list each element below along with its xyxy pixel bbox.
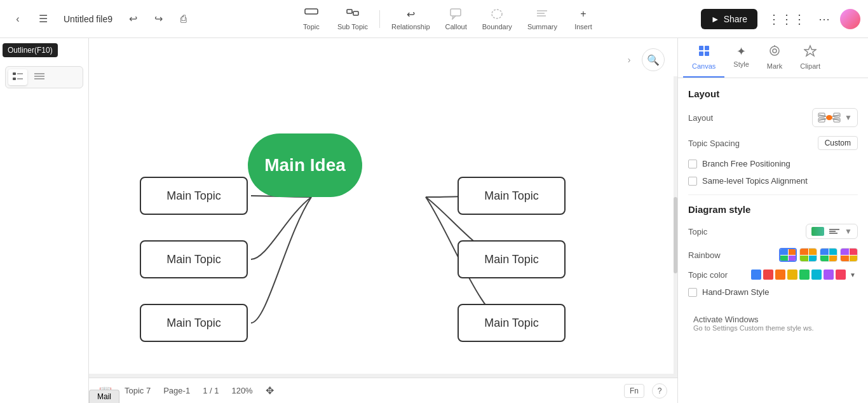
right-panel-content: Layout Layout xyxy=(678,78,868,403)
svg-marker-24 xyxy=(804,46,816,56)
color-chip-3[interactable] xyxy=(775,270,785,280)
same-level-row: Same-level Topics Alignment xyxy=(688,176,858,186)
rainbow-swatch-3[interactable] xyxy=(820,248,837,262)
topic-node-tl2[interactable]: Main Topic xyxy=(140,240,248,278)
topic-spacing-label: Topic Spacing xyxy=(688,139,740,148)
topic-tr2-label: Main Topic xyxy=(484,253,539,266)
menu-button[interactable]: ☰ xyxy=(33,9,53,29)
topic-spacing-value[interactable]: Custom xyxy=(818,136,858,150)
svg-rect-17 xyxy=(699,46,703,50)
rainbow-label: Rainbow xyxy=(688,250,721,260)
svg-rect-18 xyxy=(705,46,709,50)
rainbow-swatch-1[interactable] xyxy=(779,248,797,262)
svg-rect-5 xyxy=(451,9,461,16)
subtopic-icon xyxy=(346,7,360,21)
topic-node-tl1[interactable]: Main Topic xyxy=(140,177,248,215)
topic-node-tl3[interactable]: Main Topic xyxy=(140,304,248,342)
outline-toolbar xyxy=(5,66,83,88)
tool-summary[interactable]: Summary xyxy=(521,3,564,34)
share-label: Share xyxy=(724,14,747,24)
svg-rect-2 xyxy=(347,10,352,13)
color-chip-5[interactable] xyxy=(799,270,810,280)
help-button[interactable]: ? xyxy=(652,383,667,399)
back-button[interactable]: ‹ xyxy=(8,9,28,29)
more-button[interactable]: ⋯ xyxy=(816,10,832,29)
tab-clipart[interactable]: Clipart xyxy=(791,38,829,78)
outline-view-compact[interactable] xyxy=(8,69,27,85)
topic-node-tr3[interactable]: Main Topic xyxy=(458,304,566,342)
tool-insert[interactable]: + Insert xyxy=(566,3,600,34)
branch-free-row: Branch Free Positioning xyxy=(688,159,858,168)
clipart-tab-icon xyxy=(804,44,817,60)
stamp-button[interactable]: ⎙ xyxy=(173,9,194,29)
avatar[interactable] xyxy=(840,9,860,29)
tool-boundary[interactable]: Boundary xyxy=(476,3,519,34)
topic-icon xyxy=(304,7,318,21)
rainbow-swatch-4[interactable] xyxy=(840,248,858,262)
apps-button[interactable]: ⋮⋮⋮ xyxy=(765,9,808,29)
tab-canvas[interactable]: Canvas xyxy=(683,38,724,78)
insert-label: Insert xyxy=(574,23,592,31)
rainbow-swatch-2[interactable] xyxy=(799,248,817,262)
subtopic-label: Sub Topic xyxy=(337,23,368,31)
layout-section-title: Layout xyxy=(688,88,858,99)
style-tab-icon: ✦ xyxy=(736,44,746,58)
topic-tl2-label: Main Topic xyxy=(166,253,221,266)
main-idea-node[interactable]: Main Idea xyxy=(248,133,362,197)
color-chip-2[interactable] xyxy=(763,270,773,280)
statusbar-right: Fn ? xyxy=(624,383,667,399)
color-chips: ▼ xyxy=(751,270,858,280)
same-level-label: Same-level Topics Alignment xyxy=(702,176,808,186)
topic-node-tr1[interactable]: Main Topic xyxy=(458,177,566,215)
svg-point-25 xyxy=(826,115,832,120)
topic-selector[interactable]: ▼ xyxy=(806,224,858,239)
canvas-tab-label: Canvas xyxy=(692,62,715,70)
undo-button[interactable]: ↩ xyxy=(123,9,143,29)
topic-color-preview xyxy=(811,227,824,236)
right-panel: Canvas ✦ Style Mark Clipart Layout xyxy=(677,38,868,403)
statusbar: 📖 Topic 7 Page-1 1 / 1 120% ✥ Fn ? xyxy=(89,378,677,403)
topic-node-tr2[interactable]: Main Topic xyxy=(458,240,566,278)
mail-tab[interactable]: Mail xyxy=(89,390,119,403)
branch-free-checkbox[interactable] xyxy=(688,160,697,168)
color-chip-7[interactable] xyxy=(824,270,834,280)
tool-subtopic[interactable]: Sub Topic xyxy=(331,3,374,34)
fn-button[interactable]: Fn xyxy=(624,384,644,398)
vertical-scrollbar[interactable] xyxy=(674,76,677,378)
color-chip-dropdown[interactable]: ▼ xyxy=(848,270,858,280)
svg-rect-0 xyxy=(305,9,318,14)
scrollbar-thumb[interactable] xyxy=(674,197,677,273)
hand-drawn-checkbox[interactable] xyxy=(688,288,697,297)
page-tabs-area: Mail xyxy=(89,390,119,403)
tab-mark[interactable]: Mark xyxy=(758,38,791,78)
layout-selector[interactable]: ▼ xyxy=(812,108,858,127)
layout-dropdown-icon: ▼ xyxy=(844,113,852,122)
layout-row: Layout xyxy=(688,108,858,127)
tab-style[interactable]: ✦ Style xyxy=(724,38,757,78)
zoom-level[interactable]: 120% xyxy=(231,386,252,395)
tool-relationship[interactable]: ↩ Relationship xyxy=(385,3,437,34)
topic-color-row: Topic color ▼ xyxy=(688,270,858,280)
svg-rect-11 xyxy=(13,78,16,80)
clipart-tab-label: Clipart xyxy=(800,62,820,70)
same-level-checkbox[interactable] xyxy=(688,177,697,186)
expand-icon[interactable]: ✥ xyxy=(266,385,274,397)
page-info: 1 / 1 xyxy=(203,386,219,395)
canvas[interactable]: › 🔍 Main Idea xyxy=(89,38,677,403)
tool-callout[interactable]: Callout xyxy=(439,3,473,34)
color-chip-1[interactable] xyxy=(751,270,761,280)
summary-label: Summary xyxy=(527,23,557,31)
boundary-label: Boundary xyxy=(482,23,512,31)
topic-spacing-row: Topic Spacing Custom xyxy=(688,136,858,150)
redo-button[interactable]: ↪ xyxy=(148,9,168,29)
layout-icon xyxy=(818,111,841,124)
color-chip-6[interactable] xyxy=(811,270,822,280)
outline-view-list[interactable] xyxy=(30,69,49,85)
color-chip-8[interactable] xyxy=(836,270,846,280)
color-chip-4[interactable] xyxy=(787,270,797,280)
toolbar-right: ► Share ⋮⋮⋮ ⋯ xyxy=(701,9,860,29)
tool-topic[interactable]: Topic xyxy=(294,3,329,34)
toolbar: ‹ ☰ Untitled file9 ↩ ↪ ⎙ Topic Sub Topic… xyxy=(0,0,868,38)
mark-tab-icon xyxy=(768,44,781,60)
share-button[interactable]: ► Share xyxy=(701,9,757,29)
